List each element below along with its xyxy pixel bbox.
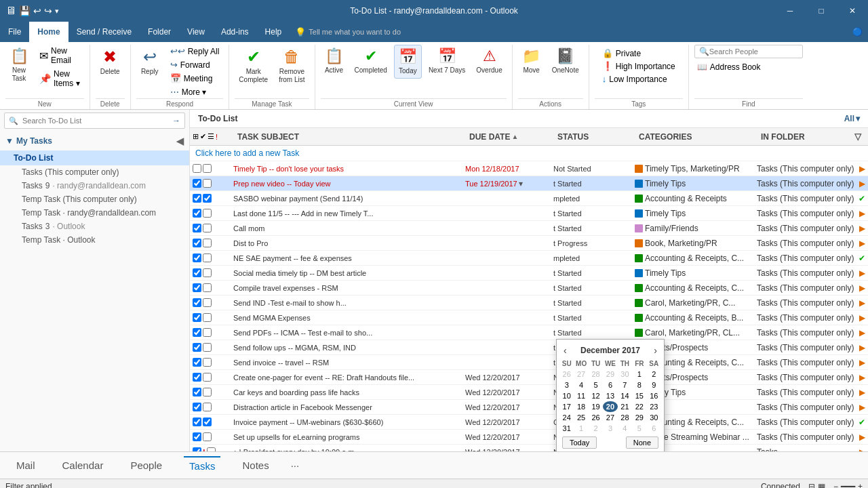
reply-all-button[interactable]: ↩↩ Reply All [166, 45, 224, 58]
cal-day[interactable]: 4 [574, 380, 588, 390]
cal-day[interactable]: 12 [589, 390, 603, 401]
task-done-checkbox[interactable] [193, 447, 201, 451]
task-done-checkbox[interactable] [193, 403, 201, 411]
sidebar-item-temp-task-local[interactable]: Temp Task (This computer only) [0, 192, 189, 206]
save-icon[interactable]: 💾 [19, 5, 31, 16]
active-button[interactable]: 📋 Active [321, 45, 348, 77]
view-toggle-icon[interactable]: ▦ [818, 482, 825, 489]
table-row[interactable]: Create one-pager for event -- RE: Draft … [190, 370, 868, 385]
delete-button[interactable]: ✖ Delete [96, 45, 124, 79]
sidebar-item-tasks-randy[interactable]: Tasks 9 · randy@randalldean.com [0, 179, 189, 192]
high-importance-button[interactable]: ❗ High Importance [600, 60, 677, 72]
col-filter-icon[interactable]: ▽ [854, 131, 861, 142]
table-row[interactable]: Send follow ups -- MGMA, RSM, IND t Star… [190, 340, 868, 355]
customize-icon[interactable]: ▾ [55, 7, 59, 16]
cal-day[interactable]: 3 [559, 380, 574, 390]
forward-button[interactable]: ↪ Forward [166, 58, 224, 71]
table-row[interactable]: Send invoice -- travel -- RSM t Started … [190, 355, 868, 370]
table-row[interactable]: Send PDFs -- ICMA -- Test e-mail to sho.… [190, 325, 868, 340]
task-done-checkbox[interactable] [193, 373, 201, 382]
cal-day[interactable]: 26 [589, 412, 603, 423]
move-button[interactable]: 📁 Move [518, 45, 545, 77]
cal-day[interactable]: 17 [559, 401, 574, 412]
next-7-days-button[interactable]: 📅 Next 7 Days [425, 45, 469, 77]
tell-me-input[interactable]: Tell me what you want to do [309, 28, 401, 36]
completed-button[interactable]: ✔ Completed [351, 45, 391, 77]
low-importance-button[interactable]: ↓ Low Importance [600, 73, 677, 85]
bottom-nav-calendar[interactable]: Calendar [57, 457, 109, 474]
task-flag-checkbox[interactable] [203, 358, 212, 367]
add-task-row[interactable]: Click here to add a new Task [190, 146, 868, 161]
tab-add-ins[interactable]: Add-ins [213, 22, 257, 42]
sidebar-item-tasks-local[interactable]: Tasks (This computer only) [0, 165, 189, 179]
task-flag-checkbox[interactable] [203, 194, 212, 203]
task-flag-checkbox[interactable] [203, 403, 212, 411]
task-flag-checkbox[interactable] [203, 313, 212, 322]
search-people-field[interactable]: 🔍 [694, 45, 803, 58]
bottom-nav-mail[interactable]: Mail [11, 457, 41, 474]
onenote-button[interactable]: 📓 OneNote [548, 45, 583, 77]
task-done-checkbox[interactable] [193, 209, 201, 218]
reply-button[interactable]: ↩ Reply [136, 45, 163, 79]
table-row[interactable]: Send MGMA Expenses t Started Accounting … [190, 310, 868, 325]
cal-day[interactable]: 18 [574, 401, 588, 412]
task-flag-checkbox[interactable] [203, 373, 212, 382]
cal-day[interactable]: 1 [632, 369, 646, 380]
table-row[interactable]: Invoice payment -- UM-webinars ($630-$66… [190, 415, 868, 430]
cal-day[interactable]: 24 [559, 412, 574, 423]
cal-day[interactable]: 14 [618, 390, 632, 401]
cal-day[interactable]: 1 [574, 423, 588, 434]
undo-icon[interactable]: ↩ [33, 5, 41, 16]
tab-send-receive[interactable]: Send / Receive [68, 22, 140, 42]
cal-day[interactable]: 7 [618, 380, 632, 390]
task-flag-checkbox[interactable] [203, 224, 212, 232]
task-flag-checkbox[interactable] [203, 239, 212, 247]
cal-day[interactable]: 22 [632, 401, 646, 412]
task-flag-checkbox[interactable] [203, 179, 212, 188]
reading-pane-icon[interactable]: ⊟ [808, 482, 815, 489]
new-email-button[interactable]: ✉ NewEmail [35, 45, 84, 66]
col-check-icon[interactable]: ✔ [200, 132, 206, 141]
col-categories[interactable]: CATEGORIES [635, 129, 757, 144]
table-row[interactable]: Call mom t Started Family/Friends Tasks … [190, 221, 868, 236]
cal-day[interactable]: 25 [574, 412, 588, 423]
bottom-nav-tasks[interactable]: Tasks [184, 456, 220, 474]
close-btn[interactable]: ✕ [837, 0, 868, 22]
table-row[interactable]: Dist to Pro t Progress Book, Marketing/P… [190, 236, 868, 251]
cal-day[interactable]: 4 [618, 423, 632, 434]
col-due-date[interactable]: DUE DATE ▲ [465, 129, 553, 144]
tab-help[interactable]: Help [257, 22, 290, 42]
task-done-checkbox[interactable] [193, 268, 201, 277]
cal-day[interactable]: 27 [603, 412, 617, 423]
calendar-dropdown-icon[interactable]: ▾ [519, 179, 523, 188]
cal-day[interactable]: 21 [618, 401, 632, 412]
private-button[interactable]: 🔒 Private [600, 47, 677, 59]
new-items-button[interactable]: 📌 NewItems ▾ [35, 68, 84, 89]
cal-day[interactable]: 26 [559, 369, 574, 380]
task-done-checkbox[interactable] [193, 239, 201, 247]
window-controls[interactable]: ─ □ ✕ [774, 0, 868, 22]
all-button[interactable]: All ▾ [844, 114, 860, 123]
task-flag-checkbox[interactable] [203, 268, 212, 277]
calendar-today-button[interactable]: Today [562, 436, 597, 449]
cal-day[interactable]: 8 [632, 380, 646, 390]
task-done-checkbox[interactable] [193, 298, 201, 307]
col-in-folder[interactable]: IN FOLDER ▽ [757, 129, 865, 144]
table-row[interactable]: ! ↑ ! Breakfast every day by 10:00 a.m. … [190, 445, 868, 451]
new-task-button[interactable]: 📋 NewTask [5, 45, 33, 85]
task-flag-checkbox[interactable] [203, 209, 212, 218]
redo-icon[interactable]: ↪ [44, 5, 52, 16]
col-grid-icon[interactable]: ⊞ [193, 132, 199, 141]
table-row[interactable]: Set up upsells for eLearning programs We… [190, 430, 868, 445]
col-task-subject[interactable]: TASK SUBJECT [233, 129, 465, 144]
cal-day[interactable]: 27 [574, 369, 588, 380]
tab-folder[interactable]: Folder [140, 22, 179, 42]
table-row[interactable]: NE SAE payment -- fee & expenses mpleted… [190, 251, 868, 266]
table-row[interactable]: Prep new video -- Today view Tue 12/19/2… [190, 176, 868, 191]
table-row[interactable]: SASBO webinar payment (Send 11/14) mplet… [190, 191, 868, 206]
task-flag-checkbox[interactable] [203, 298, 212, 307]
cal-day[interactable]: 30 [647, 412, 661, 423]
today-button[interactable]: 📅 Today [394, 45, 422, 79]
zoom-out-icon[interactable]: − [833, 482, 838, 489]
task-flag-checkbox[interactable] [203, 283, 212, 292]
